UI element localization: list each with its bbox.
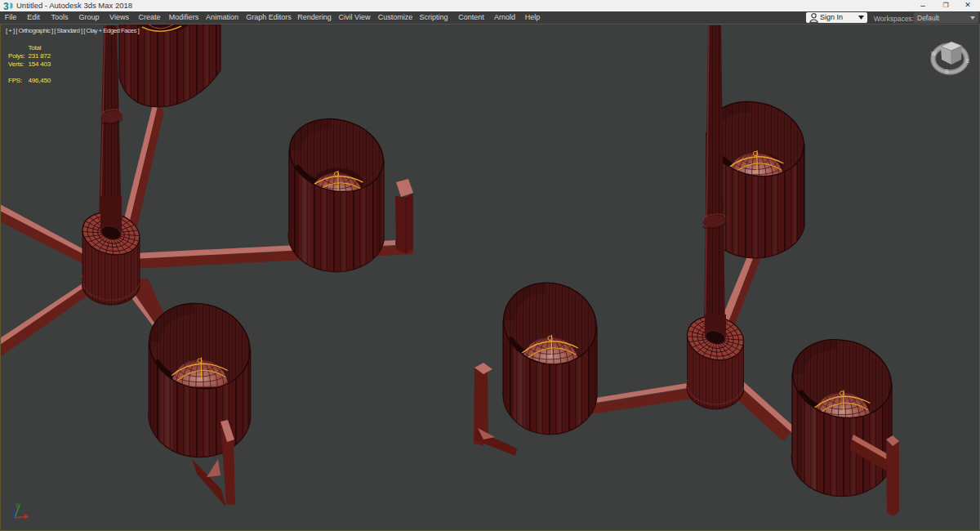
- svg-text:S: S: [945, 69, 949, 74]
- svg-text:FPS:: FPS:: [8, 77, 22, 84]
- svg-text:E: E: [966, 58, 970, 64]
- svg-text:3: 3: [3, 1, 9, 12]
- svg-text:154 403: 154 403: [29, 60, 51, 68]
- svg-text:W: W: [931, 51, 937, 56]
- svg-text:496,450: 496,450: [29, 77, 51, 84]
- svg-text:Total: Total: [29, 44, 42, 51]
- svg-text:231 872: 231 872: [29, 52, 51, 60]
- svg-text:Polys:: Polys:: [8, 52, 25, 60]
- svg-text:Verts:: Verts:: [8, 60, 24, 68]
- svg-text:[ + ] [ Orthographic ] [ Stand: [ + ] [ Orthographic ] [ Standard ] [ Cl…: [6, 27, 139, 34]
